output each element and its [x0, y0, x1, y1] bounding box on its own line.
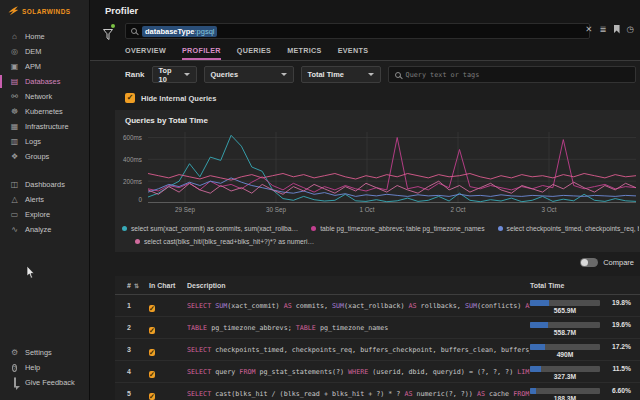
sidebar-item-databases[interactable]: ▤Databases	[0, 74, 89, 89]
total-time-value: 490M	[530, 351, 600, 358]
query-description[interactable]: SELECT query FROM pg_stat_statements(?) …	[187, 368, 530, 376]
legend-item[interactable]: select checkpoints_timed, checkpoints_re…	[498, 225, 639, 232]
chart-title: Queries by Total Time	[125, 116, 208, 125]
sidebar-item-label: Help	[25, 363, 40, 372]
in-chart-cell: ✓	[149, 385, 187, 400]
page-title: Profiler	[105, 5, 138, 16]
sidebar-item-dem[interactable]: ◎DEM	[0, 44, 89, 59]
y-tick: 400ms	[123, 156, 142, 163]
table-row: 1✓SELECT SUM(xact_commit) AS commits, SU…	[115, 295, 640, 317]
sidebar-item-kubernetes[interactable]: ☸Kubernetes	[0, 104, 89, 119]
metric-select[interactable]: Total Time	[301, 66, 381, 83]
total-time-bar-row: 17.2%	[530, 343, 635, 350]
row-number: 1	[127, 302, 149, 309]
total-time-cell: 17.2%490M	[530, 341, 635, 358]
x-tick: 3 Oct	[541, 206, 556, 213]
top-n-select[interactable]: Top 10	[152, 66, 197, 83]
column-total-time: Total Time	[530, 282, 635, 289]
tab-overview[interactable]: OVERVIEW	[125, 46, 166, 60]
total-time-bar-row: 19.6%	[530, 321, 635, 328]
rank-label: Rank	[125, 70, 145, 79]
table-row: 3✓SELECT checkpoints_timed, checkpoints_…	[115, 339, 640, 361]
in-chart-checkbox[interactable]: ✓	[149, 327, 155, 334]
databases-icon: ▤	[10, 78, 19, 86]
tab-queries[interactable]: QUERIES	[237, 46, 271, 60]
header: Profiler databaseType:pgsql ✕ ≣ ◷ OVERVI…	[90, 0, 640, 61]
table-header: #⇅ In Chart Description Total Time	[115, 276, 640, 295]
query-filter-placeholder: Query text or tags	[406, 71, 480, 79]
sidebar-item-alerts[interactable]: △Alerts	[0, 192, 89, 207]
x-tick: 2 Oct	[450, 206, 465, 213]
sidebar-item-groups[interactable]: ❖Groups	[0, 149, 89, 164]
chevron-down-icon	[368, 73, 374, 76]
chart-plot-area[interactable]	[148, 132, 636, 203]
y-tick: 0	[138, 196, 142, 203]
bookmark-icon[interactable]	[614, 25, 620, 34]
sidebar-item-help[interactable]: ? Help	[0, 360, 89, 375]
query-description[interactable]: SELECT checkpoints_timed, checkpoints_re…	[187, 346, 530, 354]
in-chart-checkbox[interactable]: ✓	[149, 371, 155, 378]
compare-toggle[interactable]	[580, 258, 598, 267]
filter-funnel-icon[interactable]	[103, 26, 113, 44]
chart-series	[148, 138, 636, 193]
entity-select[interactable]: Queries	[204, 66, 294, 83]
toggle-knob	[581, 259, 588, 266]
sidebar-item-analyze[interactable]: ∿Analyze	[0, 222, 89, 237]
hide-internal-checkbox[interactable]: ✓	[125, 93, 135, 103]
in-chart-checkbox[interactable]: ✓	[149, 349, 155, 356]
legend-item[interactable]: table pg_timezone_abbrevs; table pg_time…	[311, 225, 484, 232]
sidebar-item-logs[interactable]: ▥Logs	[0, 134, 89, 149]
sidebar-item-home[interactable]: ⌂Home	[0, 29, 89, 44]
legend-dot	[135, 239, 140, 244]
logs-icon: ▥	[10, 138, 19, 146]
legend-item[interactable]: select cast(blks_hit/(blks_read+blks_hit…	[135, 238, 314, 245]
clear-search-icon[interactable]: ✕	[585, 24, 592, 34]
sidebar-item-dashboards[interactable]: ◫Dashboards	[0, 177, 89, 192]
sidebar-item-infrastructure[interactable]: ▦Infrastructure	[0, 119, 89, 134]
row-number: 4	[127, 368, 149, 375]
search-icon	[131, 28, 137, 34]
sidebar-item-explore[interactable]: ▭Explore	[0, 207, 89, 222]
legend-label: table pg_timezone_abbrevs; table pg_time…	[320, 225, 484, 232]
x-tick: 30 Sep	[266, 206, 286, 213]
table-row: 2✓TABLE pg_timezone_abbrevs; TABLE pg_ti…	[115, 317, 640, 339]
total-time-cell: 19.6%558.7M	[530, 319, 635, 336]
mouse-cursor	[26, 265, 35, 283]
search-token[interactable]: databaseType:pgsql	[142, 26, 217, 37]
in-chart-checkbox[interactable]: ✓	[149, 393, 155, 400]
history-icon[interactable]: ◷	[627, 24, 634, 34]
sidebar-item-settings[interactable]: ⚙ Settings	[0, 345, 89, 360]
sort-icon: ⇅	[134, 282, 139, 289]
legend-item[interactable]: select sum(xact_commit) as commits, sum(…	[122, 225, 298, 232]
solarwinds-logo[interactable]: SOLARWINDS	[0, 0, 89, 21]
sidebar-item-give-feedback[interactable]: Give Feedback	[0, 375, 89, 390]
column-in-chart: In Chart	[149, 282, 187, 289]
in-chart-checkbox[interactable]: ✓	[149, 305, 155, 312]
legend-label: select cast(blks_hit/(blks_read+blks_hit…	[144, 238, 314, 245]
sidebar-item-label: Explore	[25, 210, 50, 219]
total-time-value: 565.9M	[530, 307, 600, 314]
sidebar-item-apm[interactable]: ▣APM	[0, 59, 89, 74]
query-description[interactable]: SELECT SUM(xact_commit) AS commits, SUM(…	[187, 302, 530, 310]
query-filter-input[interactable]: Query text or tags	[388, 66, 636, 83]
y-tick: 200ms	[123, 178, 142, 185]
global-search-input[interactable]: databaseType:pgsql	[125, 23, 590, 39]
query-description[interactable]: SELECT cast(blks_hit / (blks_read + blks…	[187, 390, 530, 398]
tab-metrics[interactable]: METRICS	[287, 46, 321, 60]
total-time-cell: 11.5%327.3M	[530, 363, 635, 380]
list-icon[interactable]: ≣	[599, 24, 606, 34]
tab-events[interactable]: EVENTS	[338, 46, 369, 60]
alerts-icon: △	[10, 196, 19, 204]
column-num[interactable]: #⇅	[127, 282, 149, 289]
sidebar-item-label: Give Feedback	[25, 378, 75, 387]
sidebar-item-network[interactable]: ⚯Network	[0, 89, 89, 104]
sidebar-item-label: Databases	[25, 77, 60, 86]
compare-row: Compare	[580, 258, 634, 267]
tab-profiler[interactable]: PROFILER	[182, 46, 221, 60]
total-time-cell: 6.60%188.3M	[530, 385, 635, 400]
query-description[interactable]: TABLE pg_timezone_abbrevs; TABLE pg_time…	[187, 324, 530, 332]
total-time-bar-row: 11.5%	[530, 365, 635, 372]
x-tick: 1 Oct	[359, 206, 374, 213]
total-time-value: 558.7M	[530, 329, 600, 336]
sidebar: SOLARWINDS ⌂Home◎DEM▣APM▤Databases⚯Netwo…	[0, 0, 90, 400]
